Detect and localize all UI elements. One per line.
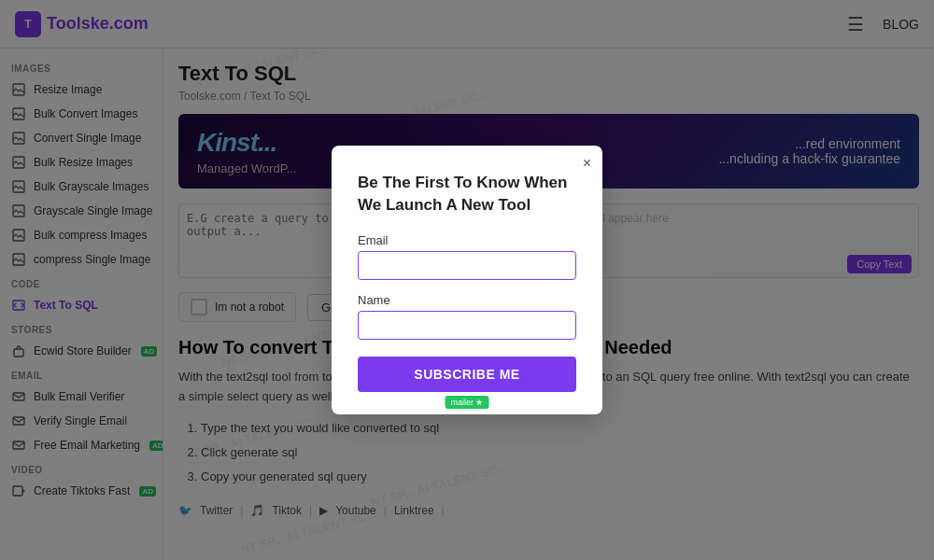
modal-email-label: Email: [358, 233, 576, 247]
modal-title: Be The First To Know When We Launch A Ne…: [358, 172, 576, 217]
modal-name-input[interactable]: [358, 311, 576, 340]
modal-email-input[interactable]: [358, 251, 576, 280]
modal-subscribe-button[interactable]: SUBSCRIBE ME: [358, 357, 576, 392]
mailer-badge: mailer ★: [445, 396, 488, 409]
modal-name-label: Name: [358, 293, 576, 307]
modal-overlay[interactable]: × Be The First To Know When We Launch A …: [0, 0, 934, 560]
modal: × Be The First To Know When We Launch A …: [332, 146, 602, 414]
modal-close-button[interactable]: ×: [583, 155, 591, 172]
